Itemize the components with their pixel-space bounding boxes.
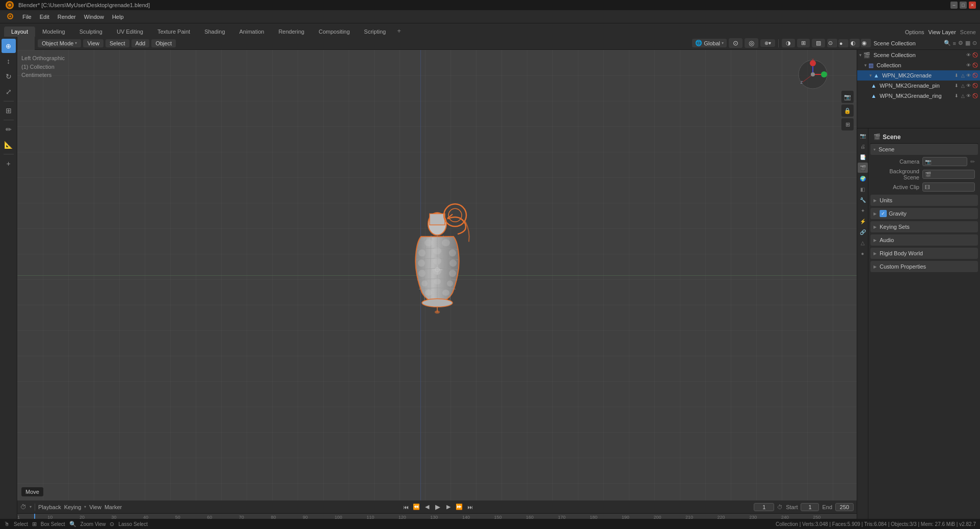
tab-animation[interactable]: Animation	[232, 27, 272, 37]
tab-scripting[interactable]: Scripting	[357, 27, 393, 37]
cursor-tool[interactable]: ⊕	[2, 39, 16, 53]
rotate-tool[interactable]: ↻	[2, 69, 16, 84]
menu-window[interactable]: Window	[80, 13, 108, 21]
outliner-restrict-columns[interactable]: ⊙	[972, 40, 977, 46]
outliner-item-ring[interactable]: ▲ WPN_MK2Grenade_ring ⬇ △ 👁 🚫	[857, 91, 980, 101]
keying-dropdown[interactable]: ▾	[84, 505, 86, 509]
snap-btn[interactable]: ⊙	[729, 38, 743, 48]
close-button[interactable]: ✕	[969, 2, 976, 9]
step-back-btn[interactable]: ◀	[422, 502, 432, 512]
tab-shading[interactable]: Shading	[197, 27, 232, 37]
menu-file[interactable]: File	[18, 13, 36, 21]
custom-props-header[interactable]: ▶ Custom Properties	[870, 261, 978, 272]
end-frame-input[interactable]	[835, 503, 854, 511]
view-btn[interactable]: View	[83, 39, 103, 47]
view-menu[interactable]: View	[89, 504, 101, 510]
timeline-editor-icon[interactable]: ⏱	[20, 504, 27, 511]
tab-uv-editing[interactable]: UV Editing	[110, 27, 150, 37]
outliner-item-pin[interactable]: ▲ WPN_MK2Grenade_pin ⬇ △ 👁 🚫	[857, 81, 980, 91]
tab-texture-paint[interactable]: Texture Paint	[150, 27, 197, 37]
marker-menu[interactable]: Marker	[104, 504, 122, 510]
jump-end-btn[interactable]: ⏭	[465, 502, 474, 512]
viewport-gizmo[interactable]: Y X Z	[792, 54, 833, 95]
lock-view-btn[interactable]: 🔒	[841, 104, 854, 117]
prop-icon-data[interactable]: △	[858, 237, 868, 248]
scale-tool[interactable]: ⤢	[2, 85, 16, 99]
gravity-section-header[interactable]: ▶ ✓ Gravity	[870, 208, 978, 219]
outliner-filter-types[interactable]: ▦	[965, 40, 970, 46]
active-clip-value[interactable]: 🎞	[922, 182, 975, 192]
outliner-item-grenade[interactable]: ▾ ▲ WPN_MK2Grenade ⬇ △ 👁 🚫	[857, 70, 980, 81]
units-section-header[interactable]: ▶ Units	[870, 195, 978, 206]
prop-icon-scene[interactable]: 🎬	[858, 163, 868, 173]
start-frame-input[interactable]	[801, 503, 819, 511]
playback-menu[interactable]: Playback	[38, 504, 61, 510]
tab-layout[interactable]: Layout	[4, 27, 35, 37]
prop-icon-output[interactable]: 🖨	[858, 141, 868, 151]
next-keyframe-btn[interactable]: ⏩	[455, 502, 464, 512]
menu-render[interactable]: Render	[54, 13, 80, 21]
maximize-button[interactable]: □	[960, 2, 967, 9]
tab-rendering[interactable]: Rendering	[271, 27, 311, 37]
object-btn[interactable]: Object	[151, 39, 176, 47]
prop-icon-world[interactable]: 🌍	[858, 173, 868, 183]
camera-view-btn[interactable]: 📷	[841, 91, 854, 103]
sort-icon[interactable]: ≡	[953, 40, 956, 46]
current-frame-input[interactable]	[754, 503, 774, 511]
xray-btn[interactable]: ▨	[812, 39, 825, 47]
outliner-options[interactable]: ⚙	[958, 40, 963, 46]
menu-blender[interactable]	[2, 11, 18, 22]
filter-icon[interactable]: 🔍	[944, 40, 951, 46]
object-mode-btn[interactable]: Object Mode ▾	[38, 39, 81, 47]
keying-menu[interactable]: Keying	[64, 504, 82, 510]
bg-scene-value[interactable]: 🎬	[922, 170, 975, 179]
outliner-collection[interactable]: ▾ ▥ Collection 👁 🚫	[857, 60, 980, 70]
audio-section-header[interactable]: ▶ Audio	[870, 234, 978, 246]
select-btn[interactable]: Select	[105, 39, 129, 47]
outliner-scene-collection[interactable]: ▾ 🎬 Scene Collection 👁 🚫	[857, 50, 980, 60]
rigid-body-header[interactable]: ▶ Rigid Body World	[870, 248, 978, 259]
menu-help[interactable]: Help	[108, 13, 128, 21]
move-tool[interactable]: ↕	[2, 54, 16, 68]
shading-btn[interactable]: ◑	[782, 39, 795, 47]
wireframe-mode[interactable]: ⊙	[827, 39, 837, 47]
play-btn[interactable]: ▶	[433, 502, 442, 512]
tab-compositing[interactable]: Compositing	[311, 27, 357, 37]
solid-mode[interactable]: ●	[838, 39, 849, 47]
menu-edit[interactable]: Edit	[36, 13, 54, 21]
measure-tool[interactable]: 📐	[2, 138, 16, 152]
tab-sculpting[interactable]: Sculpting	[72, 27, 110, 37]
transform-pivot-btn[interactable]: ⊕▾	[760, 39, 775, 47]
add-btn[interactable]: Add	[131, 39, 150, 47]
annotate-tool[interactable]: ✏	[2, 122, 16, 137]
overlay-btn[interactable]: ⊞	[797, 39, 810, 47]
add-workspace-button[interactable]: +	[393, 25, 405, 37]
quad-view-btn[interactable]: ⊞	[841, 118, 854, 130]
options-button[interactable]: Options	[905, 29, 924, 35]
prev-keyframe-btn[interactable]: ⏪	[412, 502, 421, 512]
viewport-3d[interactable]: Left Orthographic (1) Collection Centime…	[17, 50, 857, 500]
camera-value[interactable]: 📷	[922, 157, 967, 166]
view-layer-label[interactable]: View Layer	[929, 29, 956, 35]
transform-tool[interactable]: ⊞	[2, 103, 16, 118]
gravity-checkbox[interactable]: ✓	[880, 210, 887, 217]
prop-icon-physics[interactable]: ⚡	[858, 216, 868, 226]
step-forward-btn[interactable]: ▶	[444, 502, 453, 512]
camera-edit-icon[interactable]: ✏	[970, 158, 975, 165]
prop-icon-constraints[interactable]: 🔗	[858, 227, 868, 237]
jump-start-btn[interactable]: ⏮	[401, 502, 410, 512]
prop-icon-modifier[interactable]: 🔧	[858, 195, 868, 205]
prop-icon-object[interactable]: ◧	[858, 184, 868, 194]
keying-sets-header[interactable]: ▶ Keying Sets	[870, 221, 978, 232]
prop-icon-render[interactable]: 📷	[858, 130, 868, 141]
timeline-editor-dropdown[interactable]: ▾	[30, 505, 32, 509]
render-mode[interactable]: ◉	[861, 39, 871, 47]
prop-icon-particles[interactable]: ✦	[858, 205, 868, 216]
proportional-edit-btn[interactable]: ◎	[745, 38, 758, 48]
add-object-tool[interactable]: +	[2, 156, 16, 171]
tab-modeling[interactable]: Modeling	[35, 27, 72, 37]
prop-icon-view-layer[interactable]: 📑	[858, 152, 868, 162]
material-mode[interactable]: ◐	[850, 39, 860, 47]
minimize-button[interactable]: –	[950, 2, 958, 9]
global-space-btn[interactable]: 🌐 Global ▾	[692, 39, 727, 47]
